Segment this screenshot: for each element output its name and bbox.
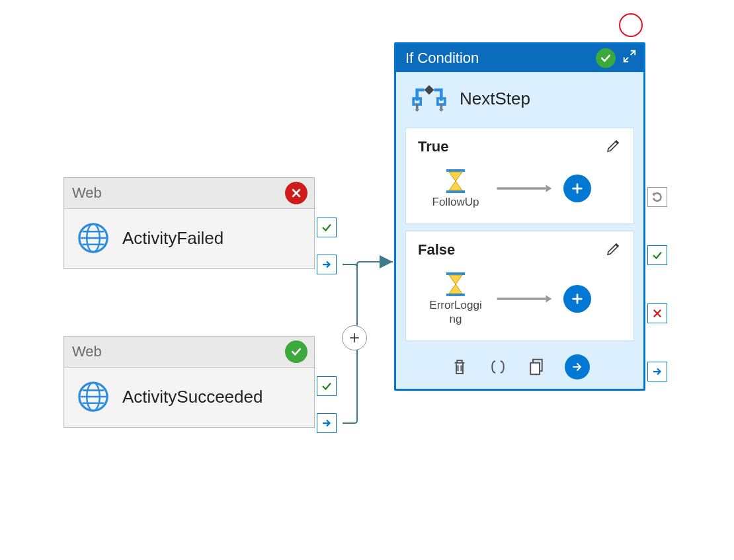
activity-succeeded[interactable]: Web ActivitySucceeded — [63, 336, 315, 428]
if-header-label: If Condition — [405, 50, 479, 67]
completion-handle[interactable] — [647, 362, 667, 381]
wait-icon — [442, 271, 469, 298]
wait-icon — [442, 168, 469, 194]
annotation-circle — [619, 13, 643, 37]
arrow-icon — [495, 291, 554, 307]
branch-flow: FollowUp — [406, 163, 633, 223]
globe-icon — [76, 380, 110, 414]
arrow-icon — [495, 180, 554, 196]
activity-header: Web — [64, 337, 314, 368]
delete-icon[interactable] — [450, 357, 469, 377]
fail-handle[interactable] — [647, 303, 667, 323]
undo-handle[interactable] — [647, 187, 667, 207]
branch-label-false: False — [418, 241, 455, 259]
mini-activity-followup[interactable]: FollowUp — [426, 168, 485, 209]
completion-handle[interactable] — [317, 413, 337, 433]
branch-label-true: True — [418, 138, 448, 155]
activity-header: Web — [64, 178, 314, 209]
if-condition-panel[interactable]: If Condition — [394, 42, 645, 391]
svg-rect-5 — [438, 99, 445, 104]
svg-rect-9 — [446, 294, 465, 296]
if-title-label: NextStep — [460, 89, 530, 109]
pipeline-canvas[interactable]: Web ActivityFailed Web — [0, 0, 734, 560]
activity-failed[interactable]: Web ActivityFailed — [63, 177, 315, 269]
if-title-row: NextStep — [396, 72, 643, 121]
if-condition-header: If Condition — [396, 44, 643, 72]
status-fail-icon — [285, 182, 307, 204]
true-branch: True FollowUp — [405, 128, 634, 224]
success-handle[interactable] — [647, 245, 667, 265]
svg-rect-6 — [446, 169, 465, 172]
activity-body: ActivitySucceeded — [64, 368, 314, 427]
success-handle[interactable] — [317, 218, 337, 237]
collapse-icon[interactable] — [622, 49, 637, 67]
if-footer-toolbar — [396, 348, 643, 389]
activity-name-label: ActivitySucceeded — [122, 387, 263, 407]
completion-handle[interactable] — [317, 255, 337, 274]
edit-icon[interactable] — [606, 241, 622, 259]
activity-body: ActivityFailed — [64, 209, 314, 268]
status-success-icon — [285, 340, 307, 363]
activity-type-label: Web — [72, 184, 102, 202]
code-icon[interactable] — [488, 357, 508, 377]
mini-activity-errorlogging[interactable]: ErrorLogging — [426, 271, 485, 326]
if-condition-icon — [408, 83, 450, 114]
activity-name-label: ActivityFailed — [122, 228, 224, 249]
svg-rect-4 — [413, 99, 421, 104]
branch-flow: ErrorLogging — [406, 266, 633, 340]
activity-type-label: Web — [72, 343, 102, 360]
svg-rect-8 — [446, 272, 465, 275]
globe-icon — [76, 221, 110, 255]
add-activity-button[interactable] — [563, 175, 591, 202]
add-activity-button[interactable] — [563, 285, 591, 313]
svg-rect-11 — [530, 363, 540, 375]
svg-rect-7 — [446, 190, 465, 193]
add-activity-button[interactable] — [342, 325, 367, 350]
mini-activity-label: FollowUp — [432, 196, 479, 209]
success-handle[interactable] — [317, 376, 337, 396]
copy-icon[interactable] — [526, 357, 546, 377]
edit-icon[interactable] — [606, 138, 622, 156]
false-branch: False ErrorLogging — [405, 231, 634, 341]
go-button[interactable] — [565, 354, 590, 380]
status-success-icon — [596, 48, 616, 68]
mini-activity-label: ErrorLogging — [427, 299, 485, 326]
